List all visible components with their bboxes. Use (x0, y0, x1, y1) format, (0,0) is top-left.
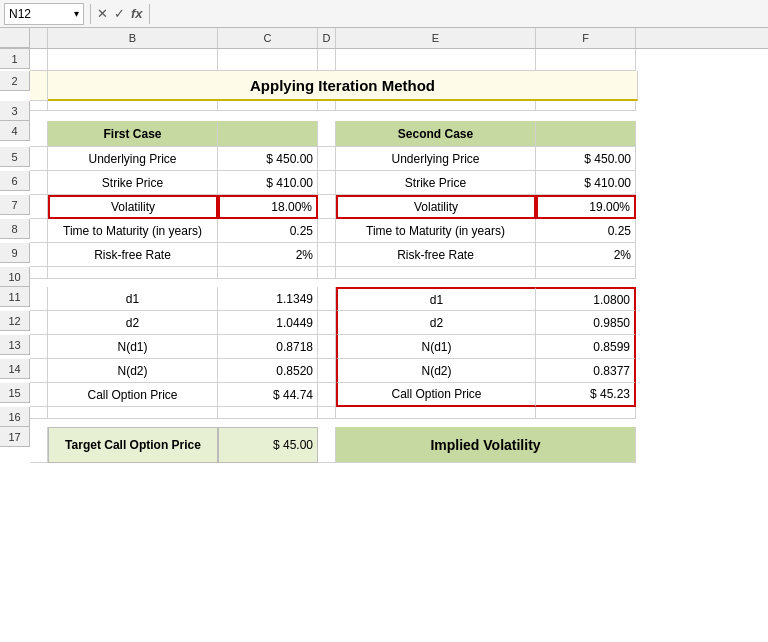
cell-d1[interactable] (318, 49, 336, 71)
cell-a9[interactable] (30, 243, 48, 267)
cell-a2[interactable] (30, 71, 48, 101)
cell-c17[interactable]: $ 45.00 (218, 427, 318, 463)
cell-b9[interactable]: Risk-free Rate (48, 243, 218, 267)
cell-f15[interactable]: $ 45.23 (536, 383, 636, 407)
cell-e10[interactable] (336, 267, 536, 279)
cell-c4[interactable] (218, 121, 318, 147)
cell-f9[interactable]: 2% (536, 243, 636, 267)
cell-f14[interactable]: 0.8377 (536, 359, 636, 383)
cell-e9[interactable]: Risk-free Rate (336, 243, 536, 267)
confirm-icon[interactable]: ✓ (114, 6, 125, 21)
cell-e8[interactable]: Time to Maturity (in years) (336, 219, 536, 243)
cell-c13[interactable]: 0.8718 (218, 335, 318, 359)
cell-d4[interactable] (318, 121, 336, 147)
cell-a16[interactable] (30, 407, 48, 419)
cell-e15[interactable]: Call Option Price (336, 383, 536, 407)
cell-e5[interactable]: Underlying Price (336, 147, 536, 171)
cell-e4[interactable]: Second Case (336, 121, 536, 147)
cell-b5[interactable]: Underlying Price (48, 147, 218, 171)
cell-b13[interactable]: N(d1) (48, 335, 218, 359)
cell-d15[interactable] (318, 383, 336, 407)
cell-b4[interactable]: First Case (48, 121, 218, 147)
cell-d5[interactable] (318, 147, 336, 171)
cell-d12[interactable] (318, 311, 336, 335)
cell-b2-merged[interactable]: Applying Iteration Method (48, 71, 638, 101)
cell-a11[interactable] (30, 287, 48, 311)
cell-a6[interactable] (30, 171, 48, 195)
cell-a13[interactable] (30, 335, 48, 359)
cell-e17[interactable]: Implied Volatility (336, 427, 636, 463)
cell-b15[interactable]: Call Option Price (48, 383, 218, 407)
cell-f16[interactable] (536, 407, 636, 419)
cell-a12[interactable] (30, 311, 48, 335)
cell-d11[interactable] (318, 287, 336, 311)
cell-a3[interactable] (30, 101, 48, 111)
cell-b6[interactable]: Strike Price (48, 171, 218, 195)
cell-a14[interactable] (30, 359, 48, 383)
name-box[interactable]: N12 ▾ (4, 3, 84, 25)
cell-c9[interactable]: 2% (218, 243, 318, 267)
cell-f13[interactable]: 0.8599 (536, 335, 636, 359)
cell-e12[interactable]: d2 (336, 311, 536, 335)
cell-a8[interactable] (30, 219, 48, 243)
cell-c16[interactable] (218, 407, 318, 419)
cell-b17[interactable]: Target Call Option Price (48, 427, 218, 463)
cell-f3[interactable] (536, 101, 636, 111)
cell-b16[interactable] (48, 407, 218, 419)
cell-c10[interactable] (218, 267, 318, 279)
cell-b7[interactable]: Volatility (48, 195, 218, 219)
cell-a15[interactable] (30, 383, 48, 407)
cell-c12[interactable]: 1.0449 (218, 311, 318, 335)
cell-c7[interactable]: 18.00% (218, 195, 318, 219)
cell-c14[interactable]: 0.8520 (218, 359, 318, 383)
cell-d16[interactable] (318, 407, 336, 419)
cell-c3[interactable] (218, 101, 318, 111)
cell-d6[interactable] (318, 171, 336, 195)
cell-b8[interactable]: Time to Maturity (in years) (48, 219, 218, 243)
cell-a7[interactable] (30, 195, 48, 219)
cell-f8[interactable]: 0.25 (536, 219, 636, 243)
cell-b12[interactable]: d2 (48, 311, 218, 335)
cell-c5[interactable]: $ 450.00 (218, 147, 318, 171)
cell-a1[interactable] (30, 49, 48, 71)
cell-e7[interactable]: Volatility (336, 195, 536, 219)
cell-e13[interactable]: N(d1) (336, 335, 536, 359)
cell-e11[interactable]: d1 (336, 287, 536, 311)
cancel-icon[interactable]: ✕ (97, 6, 108, 21)
cell-d9[interactable] (318, 243, 336, 267)
cell-b11[interactable]: d1 (48, 287, 218, 311)
cell-d17[interactable] (318, 427, 336, 463)
cell-c1[interactable] (218, 49, 318, 71)
cell-f11[interactable]: 1.0800 (536, 287, 636, 311)
cell-f4[interactable] (536, 121, 636, 147)
cell-f7[interactable]: 19.00% (536, 195, 636, 219)
cell-c11[interactable]: 1.1349 (218, 287, 318, 311)
cell-f6[interactable]: $ 410.00 (536, 171, 636, 195)
cell-b10[interactable] (48, 267, 218, 279)
cell-e3[interactable] (336, 101, 536, 111)
cell-c15[interactable]: $ 44.74 (218, 383, 318, 407)
cell-b1[interactable] (48, 49, 218, 71)
cell-d7[interactable] (318, 195, 336, 219)
cell-d3[interactable] (318, 101, 336, 111)
cell-a4[interactable] (30, 121, 48, 147)
cell-d13[interactable] (318, 335, 336, 359)
cell-b3[interactable] (48, 101, 218, 111)
cell-e16[interactable] (336, 407, 536, 419)
cell-f5[interactable]: $ 450.00 (536, 147, 636, 171)
cell-f1[interactable] (536, 49, 636, 71)
cell-c8[interactable]: 0.25 (218, 219, 318, 243)
cell-b14[interactable]: N(d2) (48, 359, 218, 383)
cell-e1[interactable] (336, 49, 536, 71)
cell-a17[interactable] (30, 427, 48, 463)
formula-input[interactable] (156, 3, 764, 25)
cell-e6[interactable]: Strike Price (336, 171, 536, 195)
cell-f12[interactable]: 0.9850 (536, 311, 636, 335)
fx-icon[interactable]: fx (131, 6, 143, 21)
cell-f10[interactable] (536, 267, 636, 279)
cell-a5[interactable] (30, 147, 48, 171)
cell-d14[interactable] (318, 359, 336, 383)
cell-d8[interactable] (318, 219, 336, 243)
cell-e14[interactable]: N(d2) (336, 359, 536, 383)
cell-d10[interactable] (318, 267, 336, 279)
